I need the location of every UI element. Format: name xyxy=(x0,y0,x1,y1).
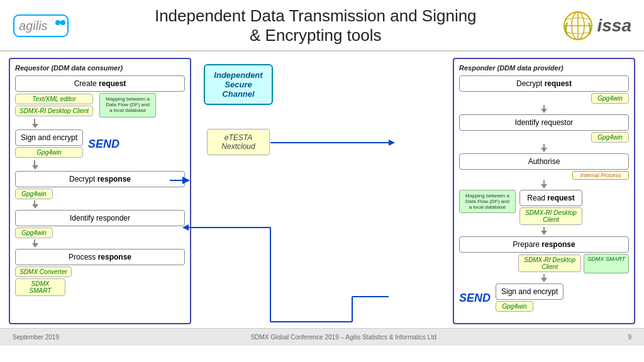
prepare-response-bold: response xyxy=(541,240,575,249)
footer-center: SDMX Global Conference 2019 – Agilis Sta… xyxy=(251,334,436,341)
main-title: Independent Data Transmission and Signin… xyxy=(69,6,562,45)
resp-sdmx-ri-1-label: SDMX-RI Desktop Client xyxy=(519,207,582,225)
resp-sign-encrypt-box: Sign and encrypt xyxy=(496,283,564,300)
arrow-line-1 xyxy=(34,119,35,124)
decrypt-response-bold: response xyxy=(97,175,131,184)
slide: agilis Independent Data Transmission and… xyxy=(0,0,644,362)
resp-gpg4win-1-label: Gpg4win xyxy=(591,93,629,104)
process-response-bold: response xyxy=(98,253,131,261)
decrypt-request-bold: request xyxy=(545,79,572,88)
requestor-panel: Requestor (DDM data consumer) Create req… xyxy=(9,58,191,324)
prepare-response-box: Prepare response xyxy=(459,236,629,253)
channel-line2: Secure xyxy=(225,80,252,89)
svg-text:agilis: agilis xyxy=(19,19,48,33)
title-line1: Independent Data Transmission and Signin… xyxy=(155,6,477,25)
issa-logo: issa xyxy=(562,10,632,41)
sdmx-smart-req-label: SDMX SMART xyxy=(15,278,65,296)
resp-sdmx-smart-label: SDMX SMART xyxy=(584,254,629,273)
channel-line3: Channel xyxy=(222,89,254,99)
decrypt-response-box: Decrypt response xyxy=(15,171,185,187)
svg-point-2 xyxy=(55,20,60,25)
gpg4win-1-label: Gpg4win xyxy=(15,147,83,158)
arrow-head-3 xyxy=(32,204,38,209)
decrypt-request-box: Decrypt request xyxy=(459,75,629,92)
request-bold: request xyxy=(99,79,126,88)
header-left: agilis xyxy=(13,14,69,38)
prepare-labels-row: SDMX-RI Desktop Client SDMX SMART xyxy=(459,254,629,273)
sign-encrypt-row: Sign and encrypt Gpg4win SEND xyxy=(15,129,185,159)
etesta-box: eTESTA Nextcloud xyxy=(207,129,270,155)
header: agilis Independent Data Transmission and… xyxy=(0,0,644,52)
identify-responder-box: Identify responder xyxy=(15,210,185,226)
svg-point-3 xyxy=(60,20,65,25)
arrow-head-1 xyxy=(32,124,38,128)
resp-arrow-head-4 xyxy=(541,231,547,235)
responder-panel-title: Responder (DDM data provider) xyxy=(459,64,629,72)
agilis-logo-svg: agilis xyxy=(13,14,69,38)
content: Requestor (DDM data consumer) Create req… xyxy=(0,52,644,328)
read-request-bold: request xyxy=(547,194,574,202)
requestor-panel-title: Requestor (DDM data consumer) xyxy=(15,64,185,72)
identify-requestor-box: Identify requestor xyxy=(459,114,629,131)
title-line2: & Encrypting tools xyxy=(250,26,382,45)
resp-arrow-head-3 xyxy=(541,184,547,189)
resp-gpg4win-3-label: Gpg4win xyxy=(496,301,533,312)
arrow-head-2 xyxy=(32,165,38,170)
agilis-logo: agilis xyxy=(13,14,69,38)
secure-channel-box: Independent Secure Channel xyxy=(204,64,273,105)
resp-arrow-head-1 xyxy=(541,109,547,113)
gpg4win-2-label: Gpg4win xyxy=(15,189,53,199)
issa-text: issa xyxy=(597,16,632,36)
etesta-line1: eTESTA xyxy=(225,133,252,142)
middle-channel: Independent Secure Channel eTESTA Nextcl… xyxy=(197,58,279,324)
read-request-row: Mapping between a Data Flow (DF) and a l… xyxy=(459,190,629,226)
create-request-box: Create request xyxy=(15,75,185,92)
svg-marker-10 xyxy=(389,140,395,146)
resp-arrow-head-5 xyxy=(541,278,547,282)
resp-gpg4win-2-label: Gpg4win xyxy=(591,132,629,143)
resp-arrow-head-2 xyxy=(541,148,547,152)
resp-sdmx-ri-2-label: SDMX-RI Desktop Client xyxy=(518,255,581,272)
sdmx-ri-label: SDMX-RI Desktop Client xyxy=(15,106,93,116)
channel-line1: Independent xyxy=(214,70,262,80)
globe-icon xyxy=(562,10,594,41)
arrow-line-2 xyxy=(34,160,35,165)
resp-send-label: SEND xyxy=(459,292,491,305)
sign-encrypt-box: Sign and encrypt xyxy=(15,129,83,146)
footer-left: September 2019 xyxy=(13,334,59,341)
req-send-label: SEND xyxy=(88,138,119,151)
arrow-head-4 xyxy=(32,243,38,248)
responder-panel: Responder (DDM data provider) Decrypt re… xyxy=(453,58,635,324)
req-mapping-box: Mapping between a Data Flow (DF) and a l… xyxy=(99,93,156,118)
text-xml-label: Text/XML editor xyxy=(15,94,93,104)
sdmx-converter-label: SDMX Converter xyxy=(15,266,72,277)
title-block: Independent Data Transmission and Signin… xyxy=(69,6,562,45)
read-request-box: Read request xyxy=(519,190,582,206)
authorise-box: Authorise xyxy=(459,153,629,170)
footer-right: 9 xyxy=(628,334,631,341)
gpg4win-3-label: Gpg4win xyxy=(15,228,53,238)
footer: September 2019 SDMX Global Conference 20… xyxy=(0,328,644,346)
etesta-line2: Nextcloud xyxy=(221,142,255,151)
resp-mapping-box: Mapping between a Data Flow (DF) and a l… xyxy=(459,190,516,213)
process-response-box: Process response xyxy=(15,249,185,265)
internal-process-label: Internal Process xyxy=(572,171,629,180)
resp-sign-encrypt-row: SEND Sign and encrypt Gpg4win xyxy=(459,283,629,313)
